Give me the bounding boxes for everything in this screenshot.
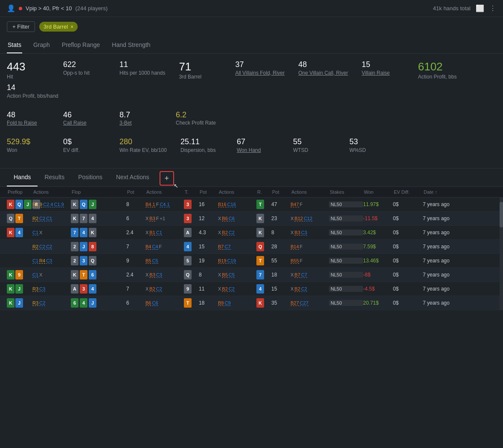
tab-hand-strength[interactable]: Hand Strength — [111, 39, 151, 53]
river-card: K — [256, 214, 264, 223]
won: -8$ — [363, 272, 393, 278]
action: B7 — [294, 272, 300, 278]
turn-pot: 8 — [199, 272, 218, 278]
stats-row-3: 529.9$ Won 0$ EV diff. 280 Win Rate EV, … — [7, 138, 496, 157]
stakes: NL50 — [329, 215, 363, 221]
table-row[interactable]: K J R3 C2 6 4 J 6 B6 C6 T 18 B9 C9 K 35 … — [0, 296, 503, 310]
card: K — [89, 228, 96, 237]
stat-ovc-label[interactable]: One Villain Call, River — [298, 70, 348, 77]
col-preflop: Preflop — [7, 189, 32, 195]
river-pot: 55 — [271, 258, 291, 264]
col-pf-actions: Actions — [32, 189, 71, 195]
add-tab-button[interactable]: + — [160, 171, 174, 186]
stat-avf-label[interactable]: All Villains Fold, River — [235, 70, 285, 77]
col-flop-actions: Actions — [145, 189, 184, 195]
hand-tab-next-actions[interactable]: Next Actions — [109, 169, 156, 186]
action: C7 — [301, 272, 307, 278]
add-filter-button[interactable]: + Filter — [7, 21, 35, 32]
stat-wh-label[interactable]: Won Hand — [237, 147, 279, 154]
river-pot: 47 — [271, 201, 291, 207]
action: B2 — [149, 286, 155, 292]
flop-cards: K Q J — [71, 200, 126, 209]
action: X — [145, 286, 148, 291]
card: Q — [7, 214, 15, 223]
turn-actions: B9 C9 — [218, 300, 256, 306]
table-row[interactable]: Q T R2 C2 C1 K 7 4 6 X B3 F +1 3 12 X B6… — [0, 212, 503, 226]
preflop-cell: K 4 — [7, 228, 32, 237]
scrollbar-thumb[interactable] — [500, 202, 503, 227]
turn-card: T — [184, 298, 192, 308]
tab-stats[interactable]: Stats — [7, 39, 22, 53]
pf-actions: C1 X — [32, 272, 71, 278]
table-row[interactable]: K 4 C1 X 7 4 K 2.4 X B1 C1 A 4.3 X B2 C2… — [0, 226, 503, 240]
stat-hit-value: 443 — [7, 61, 49, 73]
stat-opps-value: 622 — [63, 61, 106, 69]
table-row[interactable]: C1 R4 C3 2 3 Q 9 B5 C5 5 19 B19 C19 T 55… — [0, 254, 503, 268]
flop-cards: 2 J 8 — [71, 242, 126, 251]
card: K — [71, 270, 79, 279]
flop-pot: 6 — [126, 215, 145, 221]
turn-pot: 18 — [199, 300, 218, 306]
stat-disp-label: Dispersion, bbs — [180, 147, 223, 154]
card: K — [7, 270, 15, 279]
flop-cards: A 3 4 — [71, 284, 126, 294]
action: B19 — [218, 258, 227, 264]
stat-dispersion: 25.11 Dispersion, bbs — [180, 138, 223, 154]
scrollbar[interactable] — [500, 198, 503, 310]
stat-ftr-label[interactable]: Fold to Raise — [7, 120, 49, 127]
action: B16 — [218, 202, 227, 207]
stat-cr-label[interactable]: Call Raise — [63, 120, 106, 127]
tab-preflop-range[interactable]: Preflop Range — [61, 39, 101, 53]
filter-bar: + Filter 3rd Barrel × — [0, 17, 503, 36]
card: 8 — [89, 242, 96, 251]
flop-actions: X B1 C1 — [145, 230, 184, 236]
hand-tab-hands[interactable]: Hands — [7, 169, 38, 186]
card: Q — [89, 256, 96, 265]
stat-won: 529.9$ Won — [7, 138, 49, 154]
action: F — [300, 258, 303, 263]
flop-pot: 7 — [126, 286, 145, 292]
ev-diff: 0$ — [393, 215, 423, 221]
table-row[interactable]: K 9 C1 X K T 6 2.4 X B3 C3 Q 8 X B5 C5 7… — [0, 268, 503, 282]
pf-actions: R2 C2 C2 — [32, 244, 71, 250]
tab-graph[interactable]: Graph — [32, 39, 51, 53]
action: F — [300, 244, 303, 249]
card: J — [15, 298, 23, 308]
table-row[interactable]: K Q J 8 R2.9 C2.4 C1.9 K Q J 8 B4.1 F C4… — [0, 198, 503, 212]
action: B6 — [145, 300, 151, 306]
card: J — [15, 284, 23, 294]
stat-cp-value: 6.2 — [176, 111, 218, 119]
table-body-area: K Q J 8 R2.9 C2.4 C1.9 K Q J 8 B4.1 F C4… — [0, 198, 503, 310]
pf-actions: R3 C2 — [32, 300, 71, 306]
stat-wtsd: 55 WTSD — [293, 138, 336, 154]
table-row[interactable]: K J R3 C3 A 3 4 7 X B2 C2 9 11 X B2 C2 4… — [0, 282, 503, 296]
active-filter-tag[interactable]: 3rd Barrel × — [39, 22, 78, 32]
filter-tag-close[interactable]: × — [70, 24, 73, 30]
stat-vr-label[interactable]: Villain Raise — [362, 70, 404, 77]
ev-diff: 0$ — [393, 286, 423, 292]
card: 4 — [89, 284, 96, 294]
hand-tab-results[interactable]: Results — [38, 169, 71, 186]
stat-3b-label[interactable]: 3-Bet — [119, 120, 162, 127]
stat-hits-label: Hits per 1000 hands — [119, 70, 165, 77]
card: 6 — [89, 270, 96, 279]
hand-tab-positions[interactable]: Positions — [71, 169, 109, 186]
expand-icon[interactable]: ⬜ — [476, 4, 484, 12]
card: K — [7, 284, 15, 294]
river-actions: X B7 C7 — [291, 272, 329, 278]
table-row[interactable]: R2 C2 C2 2 J 8 7 B4 C4 F 4 15 B7 C7 Q 28… — [0, 240, 503, 254]
more-options-icon[interactable]: ⋮ — [489, 4, 496, 12]
flop-pot: 7 — [126, 244, 145, 250]
action: C2 — [229, 286, 235, 292]
action: B12 — [294, 216, 303, 221]
turn-actions: X B6 C6 — [218, 216, 256, 221]
action: B3 — [294, 230, 300, 236]
turn-card: 5 — [184, 256, 192, 265]
turn-actions: B19 C19 — [218, 258, 256, 264]
pf-actions: C1 R4 C3 — [32, 258, 71, 264]
stat-fold-to-raise: 48 Fold to Raise — [7, 111, 49, 127]
stat-wpsd-value: 53 — [349, 138, 392, 146]
action: X — [291, 272, 294, 277]
pf-actions: C1 X — [32, 230, 71, 236]
card: 4 — [15, 228, 23, 237]
